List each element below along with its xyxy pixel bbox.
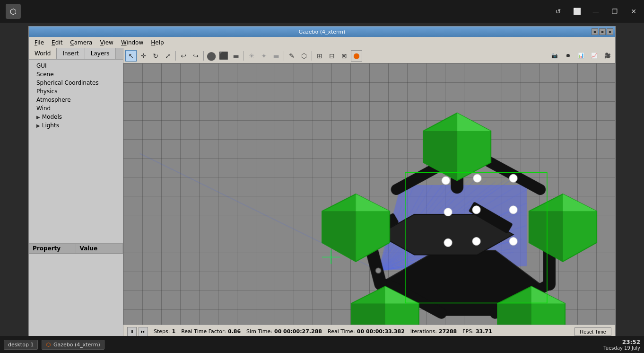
scale-tool-btn[interactable]: ⤢	[162, 50, 174, 62]
models-arrow: ▶	[36, 115, 40, 120]
left-panel: World Insert Layers GUI Scene Spherical …	[29, 48, 123, 338]
fps-item: FPS: 33.71	[462, 328, 492, 335]
tree-models[interactable]: ▶ Models	[29, 113, 123, 121]
menu-help[interactable]: Help	[147, 38, 167, 47]
clock-time: 23:52	[603, 339, 640, 345]
tree-spherical[interactable]: Spherical Coordinates	[29, 79, 123, 87]
desktop-item[interactable]: desktop 1	[4, 340, 38, 350]
cube-bottom-right-side	[497, 303, 531, 325]
video-btn[interactable]: 🎥	[602, 50, 613, 62]
title-close[interactable]: ▪	[607, 28, 613, 35]
bottom-taskbar: desktop 1 ⬡ Gazebo (4_xterm) 23:52 Tuesd…	[0, 336, 644, 353]
tab-world[interactable]: World	[29, 48, 57, 59]
top-taskbar: ⬡ ↺ ⬜ — ❐ ✕	[0, 0, 644, 23]
spotlight-btn[interactable]: ✦	[258, 50, 270, 62]
box-btn[interactable]: ▬	[230, 50, 242, 62]
tree-gui[interactable]: GUI	[29, 62, 123, 70]
tree-lights[interactable]: ▶ Lights	[29, 121, 123, 130]
translate-tool-btn[interactable]: ✛	[138, 50, 149, 62]
sensor-dot-3	[509, 174, 517, 182]
rotate-tool-btn[interactable]: ↻	[150, 50, 161, 62]
fps-value: 33.71	[476, 328, 492, 335]
menu-bar: File Edit Camera View Window Help	[29, 37, 615, 48]
sensor-dot-5	[472, 206, 480, 214]
orange-btn[interactable]: ●	[351, 50, 362, 62]
restore-icon[interactable]: ❐	[610, 7, 619, 16]
taskbar-clock: 23:52 Tuesday 19 July	[603, 339, 640, 351]
menu-edit[interactable]: Edit	[48, 38, 66, 47]
sep5	[312, 51, 312, 61]
realtime-value: 00 00:00:33.382	[357, 328, 405, 335]
undo-btn[interactable]: ↩	[178, 50, 189, 62]
lights-arrow: ▶	[36, 123, 40, 128]
app-logo: ⬡	[6, 4, 21, 19]
close-icon[interactable]: ✕	[629, 7, 638, 16]
iterations-item: Iterations: 27288	[410, 328, 457, 335]
minimize-icon[interactable]: —	[591, 7, 600, 16]
steps-value: 1	[172, 328, 175, 335]
property-header: Property Value	[29, 244, 123, 254]
cylinder-btn[interactable]: ⬛	[218, 50, 229, 62]
window-title: Gazebo (4_xterm)	[299, 29, 346, 35]
align-btn[interactable]: ⊠	[339, 50, 350, 62]
tree-atmosphere[interactable]: Atmosphere	[29, 96, 123, 104]
sep2	[203, 51, 204, 61]
redo-btn[interactable]: ↪	[190, 50, 201, 62]
screenshot-btn[interactable]: 📷	[549, 50, 560, 62]
reset-time-btn[interactable]: Reset Time	[574, 327, 611, 336]
rtf-value: 0.86	[228, 328, 241, 335]
menu-window[interactable]: Window	[117, 38, 147, 47]
viewport-icons: 📷 ⏺ 📊 📈 🎥	[549, 50, 613, 62]
tree-container: GUI Scene Spherical Coordinates Physics …	[29, 60, 123, 243]
realtime-label: Real Time:	[328, 328, 355, 335]
main-content: World Insert Layers GUI Scene Spherical …	[29, 48, 615, 338]
menu-camera[interactable]: Camera	[66, 38, 96, 47]
tree-physics[interactable]: Physics	[29, 87, 123, 96]
sphere-btn[interactable]: ⬤	[206, 50, 217, 62]
title-max[interactable]: ▪	[599, 28, 606, 35]
rtf-item: Real Time Factor: 0.86	[181, 328, 241, 335]
scene-svg	[123, 63, 615, 325]
title-min[interactable]: ▪	[592, 28, 598, 35]
sensor-dot-7	[444, 238, 452, 247]
stats-btn[interactable]: 📊	[575, 50, 587, 62]
steps-label: Steps:	[154, 328, 170, 335]
sensor-dot-6	[509, 206, 517, 214]
maximize-icon[interactable]: ⬜	[572, 7, 582, 16]
property-col-value: Value	[76, 244, 123, 253]
sensor-dot-9	[509, 237, 517, 245]
step-btn[interactable]: ⏭	[139, 327, 148, 336]
tree-scene[interactable]: Scene	[29, 70, 123, 79]
menu-file[interactable]: File	[31, 38, 48, 47]
property-col-name: Property	[29, 244, 76, 253]
snap-btn[interactable]: ⊟	[326, 50, 338, 62]
measure-btn[interactable]: ✎	[286, 50, 297, 62]
tab-insert[interactable]: Insert	[57, 48, 85, 59]
viewport[interactable]	[123, 63, 615, 325]
title-bar: Gazebo (4_xterm) ▪ ▪ ▪	[29, 26, 615, 37]
pointlight-btn[interactable]: ☀	[246, 50, 257, 62]
sensor-dot-4	[444, 208, 452, 216]
pause-btn[interactable]: ⏸	[127, 327, 137, 336]
directional-btn[interactable]: ▬	[270, 50, 282, 62]
realtime-item: Real Time: 00 00:00:33.382	[328, 328, 405, 335]
gazebo-window: Gazebo (4_xterm) ▪ ▪ ▪ File Edit Camera …	[28, 26, 616, 338]
select-tool-btn[interactable]: ↖	[125, 50, 137, 62]
tree-wind[interactable]: Wind	[29, 104, 123, 113]
tree-spherical-label: Spherical Coordinates	[36, 79, 99, 86]
gazebo-taskbar-item[interactable]: ⬡ Gazebo (4_xterm)	[42, 340, 104, 350]
sensor-dot-2	[473, 174, 481, 182]
refresh-icon[interactable]: ↺	[553, 7, 563, 16]
grid-btn[interactable]: ⊞	[314, 50, 325, 62]
plot-btn[interactable]: 📈	[589, 50, 600, 62]
menu-view[interactable]: View	[96, 38, 117, 47]
record-btn[interactable]: ⏺	[562, 50, 574, 62]
tree-gui-label: GUI	[36, 62, 47, 69]
simtime-item: Sim Time: 00 00:00:27.288	[246, 328, 322, 335]
iterations-label: Iterations:	[410, 328, 437, 335]
tab-layers[interactable]: Layers	[85, 48, 116, 59]
tree-models-label: Models	[42, 114, 62, 120]
tree-physics-label: Physics	[36, 88, 57, 95]
model-btn[interactable]: ⬡	[298, 50, 310, 62]
play-controls: ⏸ ⏭	[127, 327, 148, 336]
